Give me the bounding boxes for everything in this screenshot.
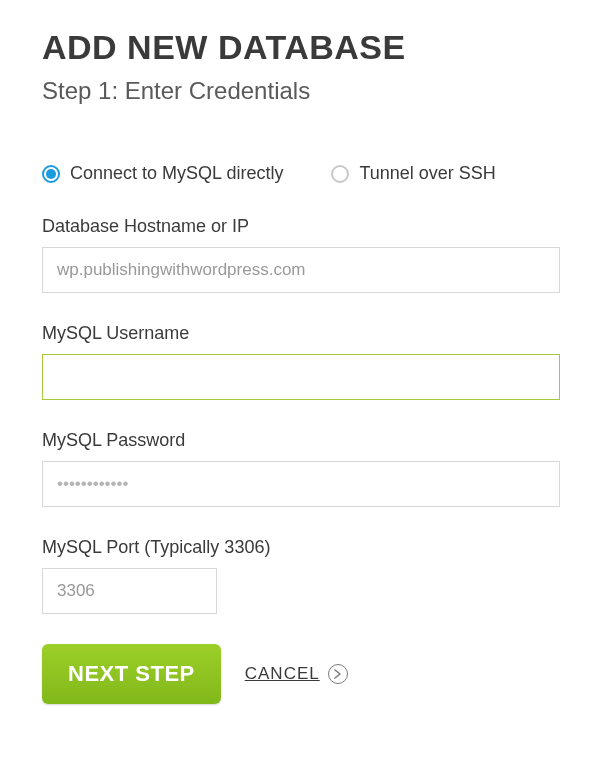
radio-icon bbox=[331, 165, 349, 183]
radio-connect-direct[interactable]: Connect to MySQL directly bbox=[42, 163, 283, 184]
username-label: MySQL Username bbox=[42, 323, 560, 344]
password-group: MySQL Password bbox=[42, 430, 560, 507]
page-title: ADD NEW DATABASE bbox=[42, 28, 560, 67]
action-row: NEXT STEP CANCEL bbox=[42, 644, 560, 704]
cancel-text: CANCEL bbox=[245, 664, 320, 684]
cancel-link[interactable]: CANCEL bbox=[245, 664, 348, 684]
username-group: MySQL Username bbox=[42, 323, 560, 400]
radio-label-ssh: Tunnel over SSH bbox=[359, 163, 495, 184]
radio-label-direct: Connect to MySQL directly bbox=[70, 163, 283, 184]
port-input[interactable] bbox=[42, 568, 217, 614]
chevron-right-icon bbox=[328, 664, 348, 684]
radio-tunnel-ssh[interactable]: Tunnel over SSH bbox=[331, 163, 495, 184]
hostname-input[interactable] bbox=[42, 247, 560, 293]
step-subtitle: Step 1: Enter Credentials bbox=[42, 77, 560, 105]
hostname-label: Database Hostname or IP bbox=[42, 216, 560, 237]
password-label: MySQL Password bbox=[42, 430, 560, 451]
port-label: MySQL Port (Typically 3306) bbox=[42, 537, 560, 558]
username-input[interactable] bbox=[42, 354, 560, 400]
port-group: MySQL Port (Typically 3306) bbox=[42, 537, 560, 614]
password-input[interactable] bbox=[42, 461, 560, 507]
next-step-button[interactable]: NEXT STEP bbox=[42, 644, 221, 704]
hostname-group: Database Hostname or IP bbox=[42, 216, 560, 293]
connection-type-row: Connect to MySQL directly Tunnel over SS… bbox=[42, 163, 560, 184]
radio-icon bbox=[42, 165, 60, 183]
